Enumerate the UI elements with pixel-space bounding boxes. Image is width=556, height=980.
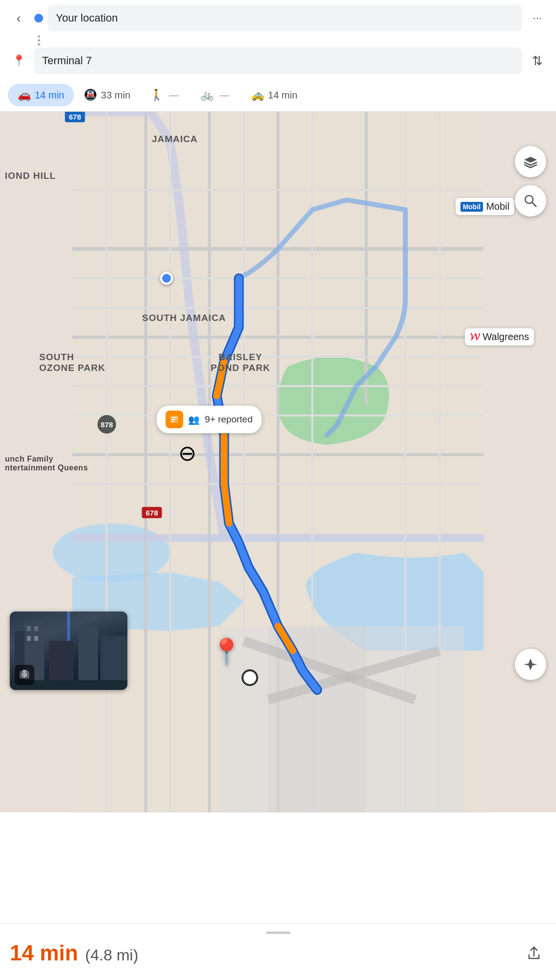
drive-icon: 🚗: [18, 89, 31, 101]
more-button[interactable]: ···: [527, 7, 548, 29]
route-summary: 14 min (4.8 mi): [10, 941, 138, 965]
transit-icon: 🚇: [84, 89, 97, 101]
svg-rect-41: [27, 636, 31, 641]
walgreens-icon: 𝓦: [470, 331, 480, 343]
map-container[interactable]: JAMAICA SOUTH JAMAICA SOUTHOZONE PARK IO…: [0, 112, 556, 812]
walgreens-label: Walgreens: [483, 331, 529, 343]
svg-point-46: [24, 674, 25, 676]
route-duration: 14 min: [10, 941, 78, 965]
connector-dot1: [38, 35, 40, 38]
walgreens-poi[interactable]: 𝓦 Walgreens: [465, 328, 534, 345]
svg-rect-30: [171, 419, 175, 420]
header: ‹ Your location ··· 📍 Terminal 7 ⇅: [0, 0, 556, 74]
connector-dot2: [38, 39, 40, 42]
tab-rideshare[interactable]: 🚕 14 min: [241, 84, 307, 106]
mobil-poi[interactable]: Mobil Mobil: [456, 198, 514, 215]
search-map-button[interactable]: [515, 185, 546, 217]
bottom-info-row: 14 min (4.8 mi): [10, 941, 546, 965]
incident-badge[interactable]: 👥 9+ reported: [157, 406, 262, 433]
bike-icon: 🚲: [200, 89, 214, 101]
rideshare-time: 14 min: [268, 90, 297, 101]
origin-dot-icon: [34, 14, 43, 23]
tab-walk[interactable]: 🚶 —: [140, 84, 191, 106]
transport-bar: 🚗 14 min 🚇 33 min 🚶 — 🚲 — 🚕 14 min: [0, 79, 556, 112]
bottom-handle: [266, 931, 290, 934]
mobil-icon: Mobil: [460, 202, 483, 212]
swap-button[interactable]: ⇅: [527, 50, 548, 72]
incident-label: 9+ reported: [205, 414, 253, 425]
highway-678-south: 678: [142, 507, 162, 518]
svg-line-33: [532, 202, 536, 207]
destination-marker: 📍: [211, 637, 242, 667]
svg-rect-47: [23, 670, 26, 672]
tab-drive[interactable]: 🚗 14 min: [8, 84, 74, 106]
walk-icon: 🚶: [150, 89, 163, 101]
origin-row: ‹ Your location ···: [8, 5, 548, 31]
mobil-label: Mobil: [486, 201, 509, 212]
tab-transit[interactable]: 🚇 33 min: [74, 84, 140, 106]
incident-icon: [166, 411, 183, 428]
my-location-button[interactable]: [515, 649, 546, 680]
destination-row: 📍 Terminal 7 ⇅: [8, 48, 548, 74]
svg-rect-29: [171, 417, 177, 418]
svg-rect-31: [171, 421, 174, 422]
dest-icon-spacer: 📍: [8, 50, 29, 72]
share-button[interactable]: [522, 941, 546, 965]
incident-users-icon: 👥: [188, 414, 200, 425]
origin-input[interactable]: Your location: [48, 5, 522, 31]
origin-marker: [160, 272, 173, 285]
bike-sep: —: [218, 90, 231, 101]
layers-button[interactable]: [515, 146, 546, 177]
streetview-thumbnail[interactable]: [10, 612, 127, 690]
destination-pin-icon: 📍: [12, 54, 25, 67]
highway-678-north: 678: [65, 112, 85, 122]
walk-sep: —: [167, 90, 181, 101]
road-closed-icon: ⊖: [178, 441, 196, 466]
svg-rect-42: [34, 636, 38, 641]
target-marker: [242, 669, 258, 686]
back-button[interactable]: ‹: [8, 7, 29, 29]
rideshare-icon: 🚕: [251, 89, 264, 101]
route-connector: [34, 35, 43, 46]
highway-878: 878: [97, 415, 116, 434]
destination-input[interactable]: Terminal 7: [34, 48, 522, 74]
svg-rect-39: [27, 626, 31, 631]
streetview-360-icon: [15, 665, 34, 685]
tab-bike[interactable]: 🚲 —: [191, 84, 241, 106]
back-arrow-icon: ‹: [17, 11, 21, 26]
svg-point-32: [525, 196, 533, 203]
bottom-panel: 14 min (4.8 mi): [0, 923, 556, 980]
drive-time: 14 min: [35, 90, 64, 101]
route-distance: (4.8 mi): [85, 946, 138, 964]
connector-dot3: [38, 43, 40, 46]
transit-time: 33 min: [101, 90, 130, 101]
swap-icon: ⇅: [532, 53, 543, 69]
map-background: [0, 112, 556, 812]
svg-rect-40: [34, 626, 38, 631]
